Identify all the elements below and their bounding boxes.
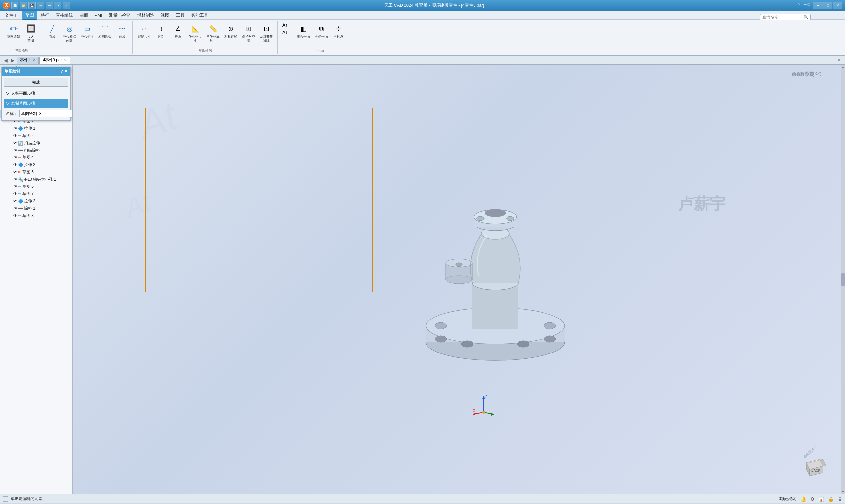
cursor-btn[interactable]: ▷ bbox=[63, 2, 70, 9]
maximize-btn[interactable]: □ bbox=[823, 2, 832, 8]
status-chart[interactable]: 📊 bbox=[818, 497, 824, 502]
menu-tools[interactable]: 工具 bbox=[173, 11, 188, 19]
tab-part3-close[interactable]: ✕ bbox=[64, 58, 67, 62]
menu-feature[interactable]: 特征 bbox=[37, 11, 53, 19]
viewport[interactable]: 前视图(XZ) At At 卢薪宇 bbox=[73, 65, 841, 494]
scroll-thumb[interactable] bbox=[841, 273, 845, 286]
main-area: 路径查找器 📌 ✕ ▼ 📄 4零件3.par ⊕ 原点 🟦 材料(无) bbox=[0, 65, 845, 494]
edit-sketch6: ✏ bbox=[18, 184, 21, 189]
ribbon-btn-sym-diam[interactable]: ⊕ 对称直径 bbox=[223, 22, 239, 40]
menu-view[interactable]: 视图 bbox=[158, 11, 173, 19]
bbox-extension bbox=[165, 286, 363, 345]
ribbon-btn-arc[interactable]: ⌒ 相切圆弧 bbox=[97, 22, 113, 40]
menu-additive[interactable]: 增材制造 bbox=[134, 11, 158, 19]
ribbon-btn-coincident-plane[interactable]: ◧ 重合平面 bbox=[295, 22, 312, 40]
ribbon-btn-remove-align[interactable]: ⊡ 从对齐集移除 bbox=[258, 22, 275, 43]
tab-part3[interactable]: 4零件3.par ✕ bbox=[39, 57, 70, 64]
angle-coord-label: 角坐标标尺寸 bbox=[206, 35, 219, 42]
dialog-name-input[interactable] bbox=[19, 110, 72, 117]
tree-item-drill-holes[interactable]: 👁 🔩 4-10 钻头大小孔 1 bbox=[0, 176, 72, 183]
vis-extrude3: 👁 bbox=[13, 199, 17, 203]
menu-smart-tools[interactable]: 智能工具 bbox=[188, 11, 212, 19]
ribbon-btn-smart-dim[interactable]: ↔ 智能尺寸 bbox=[136, 22, 153, 40]
status-lock[interactable]: 🔒 bbox=[828, 497, 834, 502]
tab-part1-close[interactable]: ✕ bbox=[32, 58, 35, 62]
close-btn[interactable]: ✕ bbox=[833, 2, 842, 8]
sym-diam-label: 对称直径 bbox=[224, 35, 237, 39]
undo-btn[interactable]: ↩ bbox=[37, 2, 44, 9]
ribbon-btn-sketch[interactable]: ✏ 草图绘制 bbox=[5, 22, 22, 40]
tree-item-sketch5[interactable]: 👁 ✏ 草图 5 bbox=[0, 168, 72, 176]
vis-cut1: 👁 bbox=[13, 206, 17, 211]
tree-item-sketch8[interactable]: 👁 ✏ 草图 8 bbox=[0, 212, 72, 219]
ribbon-btn-more-planes[interactable]: ⧉ 更多平面 bbox=[313, 22, 330, 40]
tab-nav-next[interactable]: ▶ bbox=[10, 58, 16, 63]
tab-nav-prev[interactable]: ◀ bbox=[3, 58, 9, 63]
scroll-up-arrow[interactable]: ▲ bbox=[841, 65, 845, 70]
new-btn[interactable]: 📄 bbox=[11, 2, 18, 9]
dialog-step-1[interactable]: ▷ 选择平面步骤 bbox=[4, 89, 68, 98]
ribbon-btn-circle[interactable]: ◎ 中心和点画圆 bbox=[61, 22, 77, 43]
right-scrollbar[interactable]: ▲ ▼ bbox=[841, 65, 845, 494]
tree-item-extrude3[interactable]: 👁 🔷 拉伸 3 bbox=[0, 197, 72, 205]
save-btn[interactable]: 💾 bbox=[29, 2, 36, 9]
search-box[interactable]: 🔍 bbox=[760, 14, 811, 20]
menu-file[interactable]: 文件(F) bbox=[1, 11, 22, 19]
menu-measure[interactable]: 测量与检查 bbox=[106, 11, 134, 19]
tree-item-sweep-extrude[interactable]: 👁 🔄 扫描拉伸 bbox=[0, 139, 72, 146]
tree-item-sweep-cut[interactable]: 👁 ➖ 扫描除料 bbox=[0, 146, 72, 154]
tab-close-all[interactable]: ✕ bbox=[836, 58, 842, 63]
tree-label-drill: 4-10 钻头大小孔 1 bbox=[24, 177, 56, 182]
tree-item-extrude1[interactable]: 👁 🔷 拉伸 1 bbox=[0, 125, 72, 132]
line-icon: ╱ bbox=[46, 23, 58, 35]
ribbon-group-label-sketch: 草图绘制 bbox=[15, 48, 29, 53]
tree-item-sketch2[interactable]: 👁 ✏ 草图 2 bbox=[0, 132, 72, 139]
minimize-btn[interactable]: ─ bbox=[813, 2, 823, 8]
curve-label: 曲线 bbox=[119, 35, 125, 39]
dialog-close-btn[interactable]: ✕ bbox=[65, 69, 68, 74]
dialog-done-btn[interactable]: 完成 bbox=[4, 77, 68, 87]
open-btn[interactable]: 📂 bbox=[20, 2, 27, 9]
ribbon-text-up[interactable]: A↑ bbox=[281, 22, 289, 29]
ribbon-btn-line[interactable]: ╱ 直线 bbox=[45, 22, 60, 40]
ribbon-btn-3d-sketch[interactable]: 🔲 3D草图 bbox=[23, 22, 38, 43]
scroll-down-arrow[interactable]: ▼ bbox=[841, 489, 845, 494]
tree-item-sketch6[interactable]: 👁 ✏ 草图 6 bbox=[0, 183, 72, 190]
sym-diam-icon: ⊕ bbox=[225, 23, 237, 35]
ribbon-btn-angle[interactable]: ∠ 夹角 bbox=[170, 22, 186, 40]
ribbon-btn-rect[interactable]: ▭ 中心矩形 bbox=[79, 22, 95, 40]
menu-direct-edit[interactable]: 直接编辑 bbox=[53, 11, 76, 19]
ribbon-btn-spacing[interactable]: ↕ 间距 bbox=[154, 22, 169, 40]
ribbon-draw-items: ╱ 直线 ◎ 中心和点画圆 ▭ 中心矩形 ⌒ 相切圆弧 〜 曲线 bbox=[45, 22, 130, 52]
app-icon[interactable]: 天 bbox=[3, 2, 10, 9]
tree-label-sketch2: 草图 2 bbox=[22, 133, 34, 139]
svg-point-7 bbox=[461, 341, 473, 347]
status-monitor[interactable]: 🖥 bbox=[838, 497, 842, 502]
search-input[interactable] bbox=[762, 15, 802, 19]
ribbon-btn-angle-coord[interactable]: 📏 角坐标标尺寸 bbox=[205, 22, 221, 43]
menu-pmi[interactable]: PMI bbox=[91, 11, 106, 19]
menu-sketch[interactable]: 草图 bbox=[22, 11, 37, 20]
ribbon-btn-coord-sys[interactable]: ⊹ 坐标系 bbox=[331, 22, 346, 40]
help-icon[interactable]: ? bbox=[798, 2, 800, 8]
ribbon-text-down[interactable]: A↓ bbox=[281, 29, 289, 36]
line-label: 直线 bbox=[49, 35, 55, 39]
tab-part1[interactable]: 零件1 ✕ bbox=[17, 57, 39, 64]
quick-access-toolbar: 天 📄 📂 💾 ↩ ↪ ⊳ ▷ bbox=[3, 2, 70, 9]
tree-item-sketch4[interactable]: 👁 ✏ 草图 4 bbox=[0, 154, 72, 161]
status-gear[interactable]: ⚙ bbox=[810, 497, 815, 502]
tree-item-extrude2[interactable]: 👁 🔷 拉伸 2 bbox=[0, 161, 72, 168]
menu-surface[interactable]: 曲面 bbox=[76, 11, 91, 19]
panel-toggle[interactable]: ─ □ bbox=[804, 2, 810, 8]
ribbon-btn-curve[interactable]: 〜 曲线 bbox=[115, 22, 130, 40]
ribbon-btn-coord-dim[interactable]: 📐 坐标标尺寸 bbox=[187, 22, 204, 43]
dialog-step-2[interactable]: ▷ 绘制草图步骤 bbox=[4, 99, 68, 108]
coincident-plane-icon: ◧ bbox=[298, 23, 310, 35]
select-btn[interactable]: ⊳ bbox=[54, 2, 61, 9]
tree-item-sketch7[interactable]: 👁 ✏ 草图 7 bbox=[0, 190, 72, 197]
tree-item-cut1[interactable]: 👁 ➖ 除料 1 bbox=[0, 205, 72, 212]
redo-btn[interactable]: ↪ bbox=[46, 2, 53, 9]
status-bell[interactable]: 🔔 bbox=[801, 497, 806, 502]
dialog-help-btn[interactable]: ? bbox=[61, 69, 63, 74]
ribbon-btn-keep-align[interactable]: ⊞ 保持对齐集 bbox=[241, 22, 257, 43]
